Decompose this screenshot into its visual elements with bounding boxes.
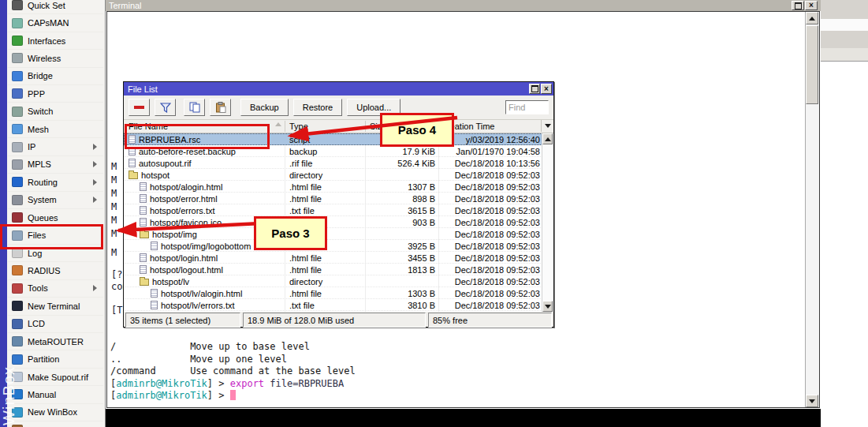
sidebar-item-metarouter[interactable]: MetaROUTER — [8, 333, 103, 350]
scroll-up-button[interactable] — [542, 133, 553, 144]
list-scrollbar[interactable] — [542, 133, 553, 312]
column-header-type[interactable]: Type — [289, 122, 308, 131]
scroll-down-button[interactable] — [542, 301, 553, 312]
sidebar-item-manual[interactable]: Manual — [8, 386, 103, 403]
table-row[interactable]: hotspot/errors.txt.txt file3615 BDec/18/… — [124, 204, 553, 216]
file-name-cell: hotspot/errors.txt — [140, 204, 215, 216]
folder-icon — [140, 279, 149, 286]
sidebar-item-routing[interactable]: Routing — [8, 174, 103, 191]
arrow-up-icon — [809, 17, 815, 21]
file-type: .txt file — [289, 301, 315, 310]
terminal-scrollbar[interactable] — [805, 12, 819, 407]
close-button[interactable]: × — [805, 1, 818, 10]
file-icon — [129, 159, 136, 167]
table-row[interactable]: hotspot/lv/alogin.html.html file1303 BDe… — [124, 287, 553, 299]
terminal-titlebar[interactable]: Terminal × — [106, 0, 821, 11]
file-name: hotspot/lv — [152, 277, 189, 287]
sidebar-item-bridge[interactable]: Bridge — [8, 68, 103, 85]
sidebar-item-quick-set[interactable]: Quick Set — [8, 0, 103, 14]
terminal-title: Terminal — [109, 1, 142, 10]
file-creation-time: Dec/18/2018 09:52:03 — [439, 230, 540, 239]
file-rows: RBPRUEBA.rscscripty/03/2019 12:56:40auto… — [124, 133, 553, 311]
routing-icon — [12, 177, 23, 187]
table-row[interactable]: hotspot/logout.html.html file1813 BDec/1… — [124, 264, 553, 275]
table-row[interactable]: hotspot/login.html.html file3455 BDec/18… — [124, 252, 553, 264]
mesh-icon — [12, 124, 23, 134]
sidebar-item-exit[interactable]: Exit — [8, 421, 103, 427]
annotation-box-rbprueba — [125, 124, 270, 149]
sidebar-item-ip[interactable]: IP — [8, 138, 103, 155]
filter-button[interactable] — [155, 99, 176, 116]
table-row[interactable]: hotspotdirectoryDec/18/2018 09:52:03 — [124, 169, 553, 181]
table-row[interactable]: hotspot/favicon.ico903 BDec/18/2018 09:5… — [124, 216, 553, 228]
table-row[interactable]: autosupout.rif.rif file526.4 KiBDec/18/2… — [124, 157, 553, 169]
close-button[interactable]: × — [541, 84, 552, 94]
file-icon — [140, 253, 147, 262]
copy-button[interactable] — [184, 99, 205, 116]
sidebar-item-label: RADIUS — [28, 266, 61, 275]
backup-button[interactable]: Backup — [240, 99, 289, 116]
maximize-button[interactable] — [792, 1, 804, 10]
sidebar-item-ppp[interactable]: PPP — [8, 85, 103, 103]
file-list-table: RBPRUEBA.rscscripty/03/2019 12:56:40auto… — [124, 133, 553, 312]
prompt-user: adminrb@MikroTik — [116, 390, 207, 401]
file-size: 3925 B — [364, 242, 435, 251]
column-divider[interactable] — [365, 121, 366, 132]
file-name: hotspot/favicon.ico — [150, 218, 222, 227]
sidebar-item-partition[interactable]: Partition — [8, 350, 103, 368]
file-name-cell: hotspot/login.html — [140, 252, 218, 264]
minus-icon — [134, 106, 144, 109]
sidebar-item-system[interactable]: System — [8, 192, 103, 209]
table-row[interactable]: hotspot/error.html.html file898 BDec/18/… — [124, 193, 553, 204]
terminal-help-line: .. Move up one level — [110, 354, 356, 366]
file-creation-time: Dec/18/2018 09:52:03 — [439, 253, 540, 263]
file-type: directory — [289, 277, 322, 287]
file-size: 1303 B — [364, 289, 435, 298]
sidebar-item-radius[interactable]: RADIUS — [8, 262, 103, 279]
sidebar-item-lcd[interactable]: LCD — [8, 316, 103, 333]
winbox-screen: { "brand": { "vertical_text": "WinBox" }… — [0, 0, 868, 427]
table-row[interactable]: hotspot/lvdirectoryDec/18/2018 09:52:03 — [124, 275, 553, 287]
ppp-icon — [12, 88, 23, 99]
sidebar-item-make-supout[interactable]: Make Supout.rif — [8, 369, 103, 386]
file-creation-time: Dec/18/2018 09:52:03 — [439, 194, 540, 204]
file-size: 17.9 KiB — [364, 147, 435, 156]
sidebar-item-tools[interactable]: Tools — [8, 280, 103, 298]
file-creation-time: Dec/18/2018 09:52:03 — [439, 206, 540, 215]
scroll-down-button[interactable] — [806, 395, 818, 407]
table-row[interactable]: hotspot/imgDec/18/2018 09:52:03 — [124, 228, 553, 240]
sidebar-item-wireless[interactable]: Wireless — [8, 50, 103, 67]
paste-button[interactable] — [210, 99, 231, 116]
file-size: 3455 B — [364, 253, 435, 263]
sidebar-item-mesh[interactable]: Mesh — [8, 121, 103, 138]
file-creation-time: y/03/2019 12:56:40 — [439, 135, 540, 144]
column-divider[interactable] — [285, 121, 285, 132]
file-icon — [140, 194, 147, 203]
restore-button[interactable]: Restore — [293, 99, 343, 116]
sidebar-item-label: Quick Set — [28, 1, 65, 10]
close-icon: × — [544, 84, 549, 93]
sidebar-item-interfaces[interactable]: Interfaces — [8, 32, 103, 50]
wireless-icon — [12, 53, 23, 63]
sidebar-item-mpls[interactable]: MPLS — [8, 156, 103, 174]
file-creation-time: Dec/18/2018 10:13:56 — [439, 159, 540, 168]
maximize-button[interactable] — [529, 84, 540, 94]
arrow-up-icon — [545, 137, 551, 141]
column-options-button[interactable] — [541, 120, 553, 132]
sidebar-item-new-terminal[interactable]: New Terminal — [8, 298, 103, 315]
sidebar-item-new-winbox[interactable]: New WinBox — [8, 404, 103, 421]
table-row[interactable]: hotspot/alogin.html.html file1307 BDec/1… — [124, 181, 553, 193]
find-input[interactable] — [505, 100, 549, 114]
scrollbar-thumb[interactable] — [806, 25, 818, 104]
sidebar-item-capsman[interactable]: CAPsMAN — [8, 14, 103, 32]
table-row[interactable]: hotspot/img/logobottom3925 BDec/18/2018 … — [124, 240, 553, 252]
file-list-titlebar[interactable]: File List × — [124, 82, 553, 96]
file-creation-time: Dec/18/2018 09:52:03 — [439, 242, 540, 251]
remove-button[interactable] — [129, 99, 150, 116]
file-creation-time: Dec/18/2018 09:52:03 — [439, 218, 540, 227]
scroll-up-button[interactable] — [806, 12, 818, 24]
sidebar-item-switch[interactable]: Switch — [8, 103, 103, 121]
sidebar-item-label: IP — [28, 142, 35, 152]
table-row[interactable]: hotspot/lv/errors.txt.txt file3810 BDec/… — [124, 299, 553, 311]
file-size: 898 B — [364, 194, 435, 204]
